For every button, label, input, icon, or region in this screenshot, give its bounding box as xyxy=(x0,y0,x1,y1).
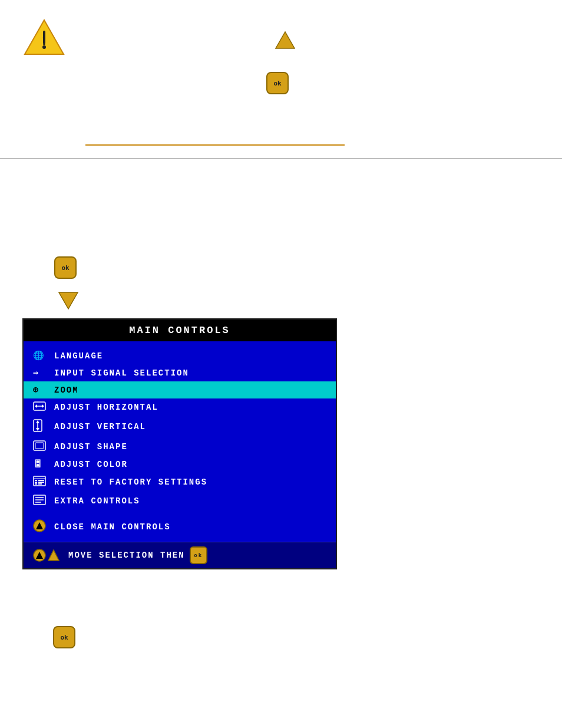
extra-controls-icon xyxy=(33,495,47,508)
ok-icon-top[interactable]: ok xyxy=(266,72,289,94)
svg-marker-8 xyxy=(35,404,37,408)
language-label: LANGUAGE xyxy=(54,351,103,361)
adjust-color-label: ADJUST COLOR xyxy=(54,460,128,469)
input-signal-icon: ⇒ xyxy=(33,367,47,378)
osd-title: MAIN CONTROLS xyxy=(24,319,336,341)
language-icon: 🌐 xyxy=(33,350,47,361)
adjust-vertical-icon xyxy=(33,419,47,434)
input-signal-label: INPUT SIGNAL SELECTION xyxy=(54,368,189,378)
svg-marker-9 xyxy=(42,404,44,408)
svg-rect-23 xyxy=(38,483,42,485)
adjust-vertical-label: ADJUST VERTICAL xyxy=(54,422,146,431)
adjust-shape-label: ADJUST SHAPE xyxy=(54,442,128,452)
footer-icons xyxy=(33,549,64,562)
svg-rect-21 xyxy=(38,480,44,481)
zoom-icon: ⊕ xyxy=(33,384,47,396)
menu-item-adjust-color[interactable]: 🎛 ADJUST COLOR xyxy=(24,456,336,473)
svg-rect-18 xyxy=(35,480,37,481)
menu-item-language[interactable]: 🌐 LANGUAGE xyxy=(24,347,336,364)
menu-item-adjust-horizontal[interactable]: ADJUST HORIZONTAL xyxy=(24,398,336,416)
menu-separator xyxy=(24,510,336,516)
ok-button-top[interactable]: ok xyxy=(266,72,289,94)
svg-marker-5 xyxy=(59,292,78,309)
adjust-shape-icon xyxy=(33,440,47,453)
svg-point-3 xyxy=(42,45,46,49)
down-button-mid[interactable] xyxy=(57,289,80,315)
svg-marker-13 xyxy=(36,428,39,431)
adjust-horizontal-icon xyxy=(33,401,47,413)
ok-button-bottom[interactable]: ok xyxy=(53,626,75,648)
svg-rect-22 xyxy=(38,482,44,483)
reset-factory-icon xyxy=(33,476,47,489)
adjust-horizontal-label: ADJUST HORIZONTAL xyxy=(54,403,158,412)
zoom-label: ZOOM xyxy=(54,386,79,395)
extra-controls-label: EXTRA CONTROLS xyxy=(54,496,140,506)
menu-item-close[interactable]: CLOSE MAIN CONTROLS xyxy=(24,516,336,539)
osd-items: 🌐 LANGUAGE ⇒ INPUT SIGNAL SELECTION ⊕ ZO… xyxy=(24,341,336,542)
menu-item-zoom[interactable]: ⊕ ZOOM xyxy=(24,381,336,398)
warning-icon: ! xyxy=(24,18,65,58)
svg-marker-32 xyxy=(48,550,59,561)
ok-icon-mid[interactable]: ok xyxy=(54,256,77,279)
close-icon xyxy=(33,519,47,535)
svg-rect-19 xyxy=(35,482,37,483)
osd-footer: MOVE SELECTION THEN ok xyxy=(24,542,336,568)
osd-menu: MAIN CONTROLS 🌐 LANGUAGE ⇒ INPUT SIGNAL … xyxy=(22,318,337,569)
menu-item-input-signal[interactable]: ⇒ INPUT SIGNAL SELECTION xyxy=(24,364,336,381)
section-divider xyxy=(0,158,562,159)
menu-item-adjust-shape[interactable]: ADJUST SHAPE xyxy=(24,437,336,456)
footer-ok-btn: ok xyxy=(190,546,207,564)
menu-item-extra-controls[interactable]: EXTRA CONTROLS xyxy=(24,492,336,510)
svg-marker-4 xyxy=(276,32,295,48)
ok-button-mid[interactable]: ok xyxy=(54,256,77,279)
svg-rect-20 xyxy=(35,483,37,485)
orange-underline xyxy=(85,144,345,146)
svg-rect-15 xyxy=(35,443,44,449)
footer-text: MOVE SELECTION THEN xyxy=(68,551,185,560)
up-button-top[interactable] xyxy=(273,28,297,54)
reset-factory-label: RESET TO FACTORY SETTINGS xyxy=(54,477,207,487)
menu-item-adjust-vertical[interactable]: ADJUST VERTICAL xyxy=(24,416,336,437)
svg-marker-12 xyxy=(36,420,39,423)
close-label: CLOSE MAIN CONTROLS xyxy=(54,522,171,532)
ok-icon-bottom[interactable]: ok xyxy=(53,626,75,648)
menu-item-reset-factory[interactable]: RESET TO FACTORY SETTINGS xyxy=(24,473,336,492)
adjust-color-icon: 🎛 xyxy=(33,459,47,470)
